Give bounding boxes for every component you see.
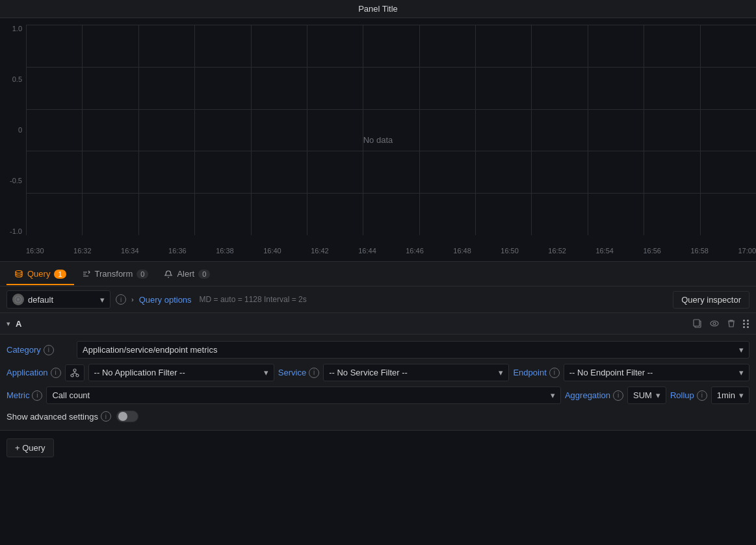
query-tab-badge: 1 xyxy=(54,270,66,279)
application-info-icon[interactable]: i xyxy=(51,368,61,378)
grid-cell xyxy=(138,151,194,193)
svg-rect-4 xyxy=(694,320,699,326)
grid-cell xyxy=(419,109,475,151)
grid-cell xyxy=(307,67,363,109)
query-block-a: ▾ A xyxy=(0,313,756,431)
add-query-button[interactable]: + Query xyxy=(7,438,54,457)
hide-icon[interactable] xyxy=(709,318,720,329)
rollup-label: Rollup i xyxy=(670,390,707,401)
datasource-row: default ▾ i › Query options MD = auto = … xyxy=(0,286,756,313)
grid-cell xyxy=(700,25,756,67)
panel-title: Panel Title xyxy=(358,4,398,14)
grid-cell xyxy=(363,67,419,109)
advanced-settings-toggle[interactable] xyxy=(116,411,138,422)
y-label-4: -0.5 xyxy=(10,177,22,184)
grid-cell xyxy=(26,67,82,109)
application-filter-select[interactable]: -- No Application Filter -- ▾ xyxy=(88,364,274,381)
copy-icon[interactable] xyxy=(692,318,703,329)
grid-cell xyxy=(475,193,531,235)
svg-point-7 xyxy=(73,369,76,372)
category-select[interactable]: Application/service/endpoint metrics ▾ xyxy=(77,341,749,359)
grid-cell xyxy=(700,151,756,193)
grid-cell xyxy=(26,109,82,151)
datasource-name: default xyxy=(28,295,53,305)
grid-cell xyxy=(363,193,419,235)
grid-cell xyxy=(138,25,194,67)
metric-label: Metric i xyxy=(7,390,42,401)
grid-cell xyxy=(82,109,138,151)
grid-cell xyxy=(588,193,644,235)
grid-cell xyxy=(82,151,138,193)
grid-cell xyxy=(419,151,475,193)
application-label: Application i xyxy=(7,368,61,378)
datasource-select[interactable]: default ▾ xyxy=(7,290,111,309)
grid-cell xyxy=(700,67,756,109)
svg-point-8 xyxy=(71,374,73,377)
y-label-2: 0.5 xyxy=(12,75,22,83)
alert-icon xyxy=(164,270,173,279)
metric-select[interactable]: Call count ▾ xyxy=(46,387,561,404)
svg-point-5 xyxy=(710,321,718,326)
grid-cell xyxy=(588,151,644,193)
grid-cell xyxy=(138,109,194,151)
grid-cell xyxy=(644,25,699,67)
metric-info-icon[interactable]: i xyxy=(32,390,42,401)
grid-cell xyxy=(644,151,699,193)
grid-cell xyxy=(363,151,419,193)
alert-tab-badge: 0 xyxy=(198,270,210,279)
tab-transform[interactable]: Transform 0 xyxy=(74,264,157,285)
grid-cell xyxy=(251,109,307,151)
tab-alert[interactable]: Alert 0 xyxy=(156,264,218,285)
category-row: Category i Application/service/endpoint … xyxy=(7,338,749,361)
y-label-3: 0 xyxy=(18,126,22,134)
grid-cell xyxy=(82,193,138,235)
grid-cell xyxy=(644,67,699,109)
endpoint-info-icon[interactable]: i xyxy=(549,368,560,378)
drag-handle[interactable] xyxy=(743,320,749,328)
grid-cell xyxy=(82,67,138,109)
grid-cell xyxy=(588,109,644,151)
endpoint-filter-select[interactable]: -- No Endpoint Filter -- ▾ xyxy=(564,364,749,381)
grid-cell xyxy=(531,25,587,67)
application-network-icon[interactable] xyxy=(65,364,85,381)
panel-title-bar: Panel Title xyxy=(0,0,756,18)
database-icon xyxy=(14,270,23,279)
grid-cell xyxy=(26,193,82,235)
query-inspector-button[interactable]: Query inspector xyxy=(673,291,749,309)
grid-cell xyxy=(588,67,644,109)
grid-cell xyxy=(419,193,475,235)
delete-icon[interactable] xyxy=(726,318,736,329)
tab-query[interactable]: Query 1 xyxy=(7,264,74,285)
chart-grid: (function(){ var grid = document.querySe… xyxy=(26,25,756,235)
grid-cell xyxy=(363,109,419,151)
rollup-info-icon[interactable]: i xyxy=(697,390,707,401)
collapse-button[interactable]: ▾ xyxy=(7,320,10,328)
datasource-chevron-icon: ▾ xyxy=(100,295,105,305)
filter-row: Application i -- No Application Filter -… xyxy=(7,361,749,384)
rollup-select[interactable]: 1min ▾ xyxy=(711,387,749,404)
category-info-icon[interactable]: i xyxy=(44,345,54,355)
advanced-settings-label: Show advanced settings i xyxy=(7,411,111,422)
query-options-button[interactable]: Query options xyxy=(139,295,192,305)
aggregation-select[interactable]: SUM ▾ xyxy=(627,387,666,404)
grid-cell xyxy=(475,109,531,151)
grid-cell xyxy=(138,67,194,109)
service-info-icon[interactable]: i xyxy=(309,368,319,378)
query-block-header: ▾ A xyxy=(0,313,756,335)
datasource-info-icon[interactable]: i xyxy=(116,294,126,305)
category-label: Category i xyxy=(7,345,72,355)
aggregation-info-icon[interactable]: i xyxy=(613,390,623,401)
advanced-settings-row: Show advanced settings i xyxy=(7,407,749,426)
grid-cell xyxy=(700,109,756,151)
grid-cell xyxy=(307,151,363,193)
grid-cell xyxy=(194,25,250,67)
rollup-chevron-icon: ▾ xyxy=(739,390,744,400)
advanced-info-icon[interactable]: i xyxy=(101,411,111,422)
y-label-1: 1.0 xyxy=(12,25,22,32)
ep-filter-chevron-icon: ▾ xyxy=(739,368,744,377)
grid-cell xyxy=(26,151,82,193)
service-filter-select[interactable]: -- No Service Filter -- ▾ xyxy=(323,364,509,381)
grid-cell xyxy=(419,67,475,109)
grid-cell xyxy=(644,193,699,235)
service-label: Service i xyxy=(278,368,319,378)
